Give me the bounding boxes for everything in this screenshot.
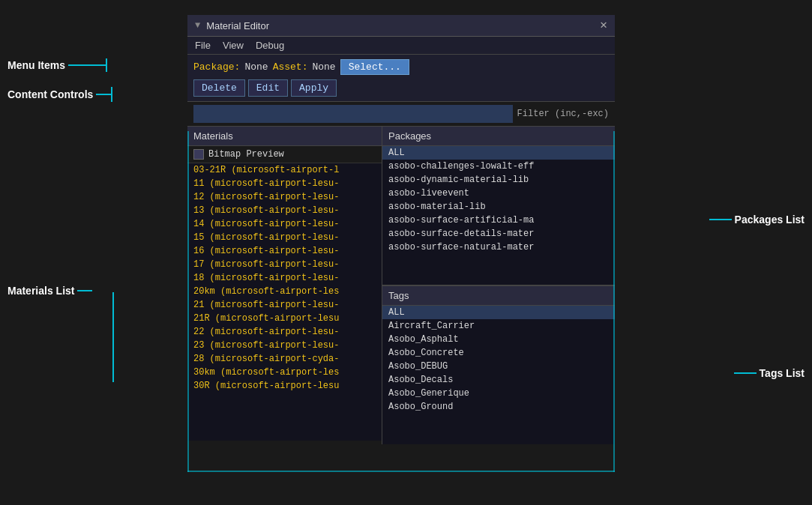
material-item[interactable]: 30R (microsoft-airport-lesu: [187, 379, 382, 393]
menu-view[interactable]: View: [223, 40, 244, 51]
menu-items-annotation: Menu Items: [7, 58, 107, 72]
material-item[interactable]: 13 (microsoft-airport-lesu-: [187, 204, 382, 217]
main-content: Materials Bitmap Preview 03-21R (microso…: [187, 127, 615, 444]
bitmap-preview-row: Bitmap Preview: [187, 146, 382, 163]
packages-list-line-h: [709, 219, 732, 220]
delete-button[interactable]: Delete: [193, 79, 245, 97]
package-item[interactable]: asobo-surface-natural-mater: [382, 241, 615, 254]
tags-list-label: Tags List: [760, 367, 805, 379]
tag-item[interactable]: Asobo_Concrete: [382, 346, 615, 360]
packages-list-annotation: Packages List: [709, 214, 805, 226]
materials-list-label: Materials List: [7, 285, 74, 297]
top-controls: Package: None Asset: None Select... Dele…: [187, 55, 615, 102]
packages-section-header: Packages: [382, 127, 615, 146]
bottom-border-line: [187, 471, 615, 472]
asset-label: Asset:: [273, 61, 308, 73]
menu-items-label: Menu Items: [7, 59, 65, 71]
apply-button[interactable]: Apply: [291, 79, 337, 97]
material-item[interactable]: 11 (microsoft-airport-lesu-: [187, 177, 382, 190]
left-border-line: [187, 131, 189, 472]
materials-list-line-h: [77, 290, 92, 291]
bitmap-preview-label: Bitmap Preview: [208, 149, 284, 160]
package-label: Package:: [193, 61, 240, 73]
material-item[interactable]: 21R (microsoft-airport-lesu: [187, 312, 382, 325]
tag-item[interactable]: Asobo_Ground: [382, 400, 615, 414]
material-item[interactable]: 28 (microsoft-airport-cyda-: [187, 352, 382, 366]
title-triangle: ▼: [195, 20, 200, 31]
content-controls-label: Content Controls: [7, 88, 93, 100]
material-item[interactable]: 18 (microsoft-airport-lesu-: [187, 271, 382, 285]
materials-list-line-v: [112, 292, 114, 382]
menu-debug[interactable]: Debug: [256, 40, 284, 51]
menu-items-line-h: [68, 64, 106, 66]
tags-list-annotation: Tags List: [734, 367, 805, 379]
tag-item[interactable]: ALL: [382, 306, 615, 319]
bitmap-checkbox[interactable]: [193, 149, 204, 160]
action-row: Delete Edit Apply: [193, 79, 609, 97]
content-controls-line-v: [111, 87, 112, 102]
content-controls-line-h: [96, 94, 111, 95]
right-tags-line: [613, 315, 615, 472]
package-item[interactable]: asobo-dynamic-material-lib: [382, 173, 615, 187]
tag-item[interactable]: Asobo_Decals: [382, 373, 615, 387]
material-item[interactable]: 21 (microsoft-airport-lesu-: [187, 298, 382, 312]
title-bar-left: ▼ Material Editor: [195, 20, 269, 31]
tag-item[interactable]: Asobo_Asphalt: [382, 333, 615, 346]
material-item[interactable]: 16 (microsoft-airport-lesu-: [187, 244, 382, 258]
material-item[interactable]: 03-21R (microsoft-airport-l: [187, 163, 382, 177]
package-item[interactable]: asobo-material-lib: [382, 200, 615, 214]
package-item[interactable]: ALL: [382, 146, 615, 160]
tags-list[interactable]: ALLAircraft_CarrierAsobo_AsphaltAsobo_Co…: [382, 306, 615, 444]
package-row: Package: None Asset: None Select...: [193, 59, 609, 75]
material-item[interactable]: 20km (microsoft-airport-les: [187, 285, 382, 298]
packages-panel: Packages ALLasobo-challenges-lowalt-effa…: [382, 127, 615, 444]
title-bar: ▼ Material Editor ✕: [187, 15, 615, 37]
select-button[interactable]: Select...: [340, 59, 409, 75]
materials-header: Materials: [187, 127, 382, 146]
package-item[interactable]: asobo-challenges-lowalt-eff: [382, 160, 615, 173]
materials-list[interactable]: 03-21R (microsoft-airport-l11 (microsoft…: [187, 163, 382, 441]
material-item[interactable]: 17 (microsoft-airport-lesu-: [187, 258, 382, 271]
material-item[interactable]: 15 (microsoft-airport-lesu-: [187, 231, 382, 244]
package-item[interactable]: asobo-liveevent: [382, 187, 615, 200]
material-item[interactable]: 30km (microsoft-airport-les: [187, 366, 382, 379]
material-item[interactable]: 12 (microsoft-airport-lesu-: [187, 190, 382, 204]
tag-item[interactable]: Asobo_DEBUG: [382, 360, 615, 373]
package-item[interactable]: asobo-surface-details-mater: [382, 227, 615, 241]
content-controls-annotation: Content Controls: [7, 87, 112, 102]
filter-label: Filter (inc,-exc): [517, 109, 609, 119]
material-item[interactable]: 22 (microsoft-airport-lesu-: [187, 325, 382, 339]
material-item[interactable]: 23 (microsoft-airport-lesu-: [187, 339, 382, 352]
filter-row: Filter (inc,-exc): [187, 102, 615, 127]
menu-bar: File View Debug: [187, 37, 615, 55]
material-item[interactable]: 14 (microsoft-airport-lesu-: [187, 217, 382, 231]
materials-list-annotation: Materials List: [7, 285, 92, 297]
packages-list-label: Packages List: [735, 214, 805, 226]
tags-section: Tags ALLAircraft_CarrierAsobo_AsphaltAso…: [382, 285, 615, 444]
tag-item[interactable]: Asobo_Generique: [382, 387, 615, 400]
edit-button[interactable]: Edit: [248, 79, 288, 97]
menu-file[interactable]: File: [195, 40, 211, 51]
packages-section: Packages ALLasobo-challenges-lowalt-effa…: [382, 127, 615, 285]
package-value: None: [244, 61, 268, 73]
packages-list[interactable]: ALLasobo-challenges-lowalt-effasobo-dyna…: [382, 146, 615, 285]
right-packages-line: [613, 131, 615, 315]
tag-item[interactable]: Aircraft_Carrier: [382, 319, 615, 333]
menu-items-line-v: [106, 58, 107, 72]
asset-value: None: [312, 61, 335, 73]
tags-list-line-h: [734, 372, 757, 374]
package-item[interactable]: asobo-surface-artificial-ma: [382, 214, 615, 227]
tags-section-header: Tags: [382, 285, 615, 306]
window-title: Material Editor: [206, 20, 269, 31]
material-editor-window: ▼ Material Editor ✕ File View Debug Pack…: [187, 15, 615, 444]
close-button[interactable]: ✕: [600, 19, 607, 31]
materials-panel: Materials Bitmap Preview 03-21R (microso…: [187, 127, 382, 444]
filter-input[interactable]: [193, 105, 513, 123]
